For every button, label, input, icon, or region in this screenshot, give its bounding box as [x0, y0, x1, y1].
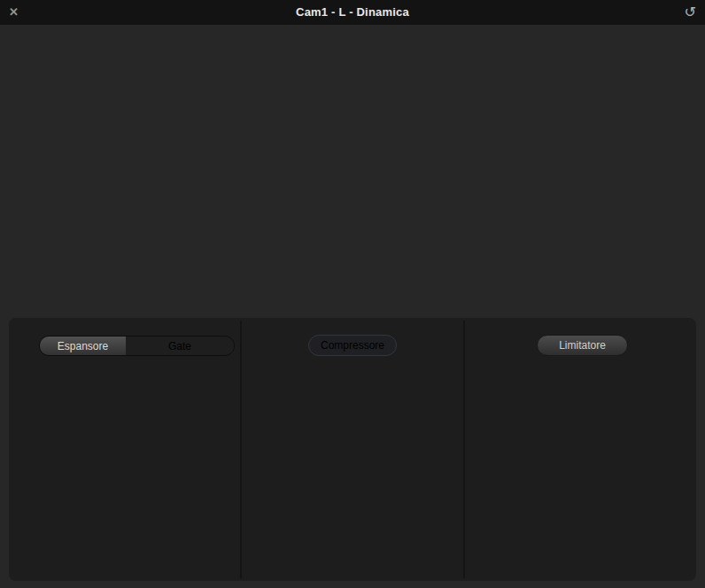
- gate-soglia-knob[interactable]: [11, 375, 85, 468]
- controls-panel: Espansore Gate Compressore Limitatore: [9, 318, 696, 581]
- gate-rapporto-knob[interactable]: [165, 375, 239, 468]
- transfer-curve-graph: [97, 51, 363, 310]
- lim-attacco-knob[interactable]: [465, 485, 539, 569]
- comp-rilascio-knob[interactable]: [390, 485, 464, 569]
- reset-icon[interactable]: ↺: [685, 4, 696, 20]
- tab-gate[interactable]: Gate: [126, 337, 234, 355]
- lim-rilascio-knob[interactable]: [617, 485, 692, 569]
- dynamics-plugin-window: ✕ Cam1 - L - Dinamica ↺ Espansore Gate C…: [0, 0, 705, 588]
- metering-section: [0, 25, 705, 318]
- lim-tenuta-knob[interactable]: [541, 485, 616, 569]
- title-bar: ✕ Cam1 - L - Dinamica ↺: [0, 0, 705, 25]
- lim-soglia-knob[interactable]: [541, 375, 616, 468]
- comp-soglia-knob[interactable]: [258, 375, 332, 468]
- compressore-button[interactable]: Compressore: [308, 335, 397, 356]
- gate-attacco-knob[interactable]: [11, 485, 85, 569]
- gate-tenuta-knob[interactable]: [88, 485, 162, 569]
- comp-rapporto-knob[interactable]: [374, 375, 448, 468]
- expander-gate-toggle: Espansore Gate: [39, 336, 235, 356]
- comp-attacco-knob[interactable]: [239, 485, 314, 569]
- gate-rilascio-knob[interactable]: [165, 485, 239, 569]
- window-title: Cam1 - L - Dinamica: [0, 5, 705, 19]
- gate-gamma-knob[interactable]: [88, 375, 162, 468]
- limitatore-button[interactable]: Limitatore: [537, 335, 628, 356]
- tab-espansore[interactable]: Espansore: [40, 337, 126, 355]
- comp-tenuta-knob[interactable]: [314, 485, 389, 569]
